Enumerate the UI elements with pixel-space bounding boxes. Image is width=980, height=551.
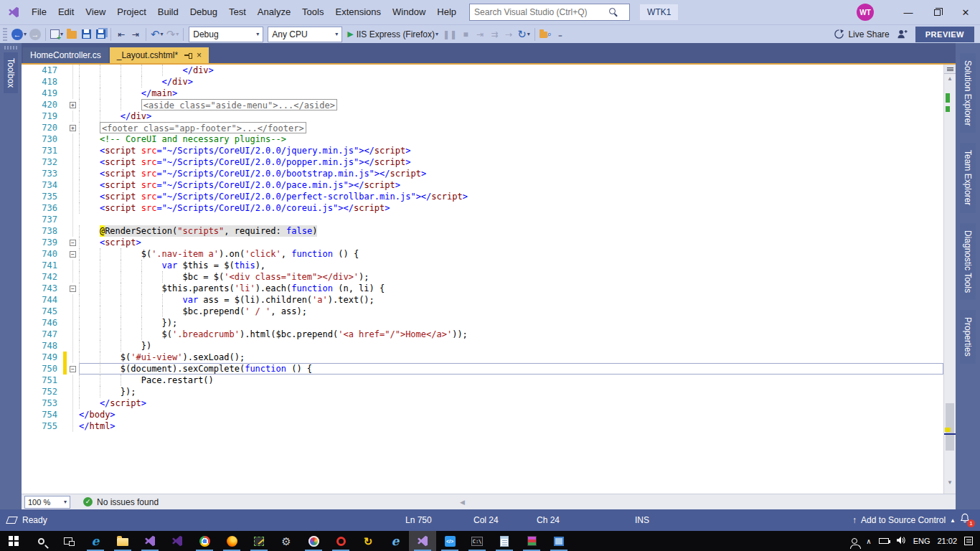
solution-configuration-dropdown[interactable]: Debug▾ xyxy=(189,27,263,42)
show-hidden-icons-button[interactable]: ∧ xyxy=(866,537,871,545)
code-line-730[interactable]: 730 <!-- CoreUI and necessary plugins--> xyxy=(22,133,943,145)
code-line-739[interactable]: 739− <script> xyxy=(22,237,943,248)
expand-region-icon[interactable]: + xyxy=(67,99,79,110)
clock[interactable]: 21:02 xyxy=(937,537,957,545)
code-line-720[interactable]: 720+ <footer class="app-footer">...</foo… xyxy=(22,122,943,133)
code-line-738[interactable]: 738 @RenderSection("scripts", required: … xyxy=(22,225,943,237)
code-line-719[interactable]: 719 </div> xyxy=(22,110,943,122)
taskbar-task-view-icon[interactable] xyxy=(55,531,82,551)
taskbar-file-explorer-icon[interactable] xyxy=(109,531,136,551)
navigate-forward-button[interactable]: → xyxy=(28,27,42,42)
expand-region-icon[interactable]: + xyxy=(67,122,79,133)
code-line-742[interactable]: 742 $bc = $('<div class="item"></div>'); xyxy=(22,271,943,283)
code-line-749[interactable]: 749 $('#ui-view').sexLoad(); xyxy=(22,352,943,363)
menu-help[interactable]: Help xyxy=(431,0,462,24)
panel-tab-diagnostic-tools[interactable]: Diagnostic Tools xyxy=(960,223,976,300)
redo-button[interactable]: ↷▾ xyxy=(165,27,181,42)
save-button[interactable] xyxy=(79,27,93,42)
navigate-back-button[interactable]: ←▾ xyxy=(10,27,28,42)
code-line-751[interactable]: 751 Pace.restart() xyxy=(22,375,943,386)
menu-debug[interactable]: Debug xyxy=(184,0,223,24)
taskbar-notepad-icon[interactable] xyxy=(491,531,518,551)
menu-analyze[interactable]: Analyze xyxy=(252,0,296,24)
issues-status[interactable]: No issues found xyxy=(97,497,159,507)
document-tab--layout-cshtml-[interactable]: _Layout.cshtml*× xyxy=(110,47,209,63)
code-editor[interactable]: 417 </div>418 </div>419 </main>420+ <asi… xyxy=(22,65,943,494)
collapse-region-icon[interactable]: − xyxy=(67,363,79,375)
taskbar-internet-explorer-icon[interactable]: e xyxy=(382,531,409,551)
menu-project[interactable]: Project xyxy=(111,0,151,24)
collapse-region-icon[interactable]: − xyxy=(67,237,79,248)
editor-splitter-handle[interactable] xyxy=(944,65,956,74)
collapsed-region-box[interactable]: <footer class="app-footer">...</footer> xyxy=(100,122,306,133)
zoom-level-dropdown[interactable]: 100 %▾ xyxy=(24,496,70,509)
collapse-region-icon[interactable]: − xyxy=(67,283,79,294)
code-line-420[interactable]: 420+ <aside class="aside-menu">...</asid… xyxy=(22,99,943,110)
tool-strip-grip[interactable] xyxy=(4,46,17,50)
hscroll-left-arrow[interactable]: ◀ xyxy=(460,499,465,506)
live-share-button[interactable]: Live Share xyxy=(834,29,889,39)
code-line-740[interactable]: 740− $('.nav-item a').on('click', functi… xyxy=(22,248,943,260)
scroll-down-arrow[interactable]: ▼ xyxy=(944,479,956,486)
status-column-number[interactable]: Col 24 xyxy=(473,509,499,531)
menu-extensions[interactable]: Extensions xyxy=(329,0,387,24)
taskbar-chrome-icon[interactable] xyxy=(191,531,218,551)
taskbar-screen-capture-icon[interactable] xyxy=(245,531,273,551)
taskbar-winrar-icon[interactable] xyxy=(518,531,545,551)
taskbar-paint-icon[interactable] xyxy=(300,531,327,551)
code-line-753[interactable]: 753 </script> xyxy=(22,397,943,409)
pin-icon[interactable] xyxy=(184,51,192,60)
notifications-button[interactable]: 1 xyxy=(960,513,973,527)
new-project-button[interactable]: ▾ xyxy=(49,27,65,42)
panel-tab-team-explorer[interactable]: Team Explorer xyxy=(960,143,976,212)
vertical-scrollbar[interactable]: ▲ ▼ xyxy=(943,65,956,494)
pause-button[interactable]: ❚❚ xyxy=(441,27,458,42)
save-all-button[interactable] xyxy=(93,27,108,42)
find-in-files-button[interactable]: ⌕ xyxy=(538,27,553,42)
code-line-754[interactable]: 754</body> xyxy=(22,409,943,420)
status-character-number[interactable]: Ch 24 xyxy=(537,509,560,531)
code-line-741[interactable]: 741 var $this = $(this), xyxy=(22,260,943,271)
taskbar-visual-studio-active-icon[interactable] xyxy=(409,531,436,551)
preview-button[interactable]: PREVIEW xyxy=(915,27,974,42)
toolbox-tab[interactable]: Toolbox xyxy=(4,52,18,93)
taskbar-visual-studio-icon[interactable] xyxy=(136,531,164,551)
code-line-752[interactable]: 752 }); xyxy=(22,386,943,397)
decrease-indent-button[interactable]: ⇤ xyxy=(114,27,128,42)
panel-tab-solution-explorer[interactable]: Solution Explorer xyxy=(960,53,976,133)
increase-indent-button[interactable]: ⇥ xyxy=(128,27,143,42)
menu-file[interactable]: File xyxy=(26,0,52,24)
status-line-number[interactable]: Ln 750 xyxy=(405,509,432,531)
taskbar-search-icon[interactable] xyxy=(27,531,55,551)
menu-test[interactable]: Test xyxy=(223,0,252,24)
code-line-733[interactable]: 733 <script src="~/Scripts/CoreUI/2.0.0/… xyxy=(22,168,943,179)
document-tab-homecontroller-cs[interactable]: HomeController.cs xyxy=(23,47,108,63)
code-line-746[interactable]: 746 }); xyxy=(22,317,943,329)
scroll-up-arrow[interactable]: ▲ xyxy=(944,75,956,82)
status-insert-mode[interactable]: INS xyxy=(635,509,649,531)
code-line-748[interactable]: 748 }) xyxy=(22,340,943,352)
taskbar-start-icon[interactable] xyxy=(0,531,27,551)
code-line-417[interactable]: 417 </div> xyxy=(22,65,943,76)
collapse-region-icon[interactable]: − xyxy=(67,248,79,260)
code-line-731[interactable]: 731 <script src="~/Scripts/CoreUI/2.0.0/… xyxy=(22,145,943,156)
open-file-button[interactable] xyxy=(65,27,79,42)
taskbar-vs-installer-icon[interactable] xyxy=(164,531,191,551)
code-line-743[interactable]: 743− $this.parents('li').each(function (… xyxy=(22,283,943,294)
code-line-745[interactable]: 745 $bc.prepend(' / ', ass); xyxy=(22,306,943,317)
taskbar-opera-icon[interactable] xyxy=(327,531,354,551)
user-avatar[interactable]: WT xyxy=(857,4,874,21)
restore-button[interactable] xyxy=(923,0,951,24)
step-out-button[interactable]: ⇢ xyxy=(501,27,516,42)
people-icon[interactable] xyxy=(852,538,859,544)
taskbar-yellow-refresh-icon[interactable]: ↻ xyxy=(354,531,382,551)
code-line-747[interactable]: 747 $('.breadcrumb').html($bc.prepend('<… xyxy=(22,329,943,340)
action-center-icon[interactable] xyxy=(964,537,973,545)
menu-view[interactable]: View xyxy=(80,0,111,24)
taskbar-vscode-icon[interactable]: </> xyxy=(436,531,463,551)
code-line-737[interactable]: 737 xyxy=(22,214,943,225)
code-line-736[interactable]: 736 <script src="~/Scripts/CoreUI/2.0.0/… xyxy=(22,202,943,214)
minimize-button[interactable]: — xyxy=(894,0,923,24)
solution-platform-dropdown[interactable]: Any CPU▾ xyxy=(268,27,342,42)
step-into-button[interactable]: ⇥ xyxy=(473,27,487,42)
